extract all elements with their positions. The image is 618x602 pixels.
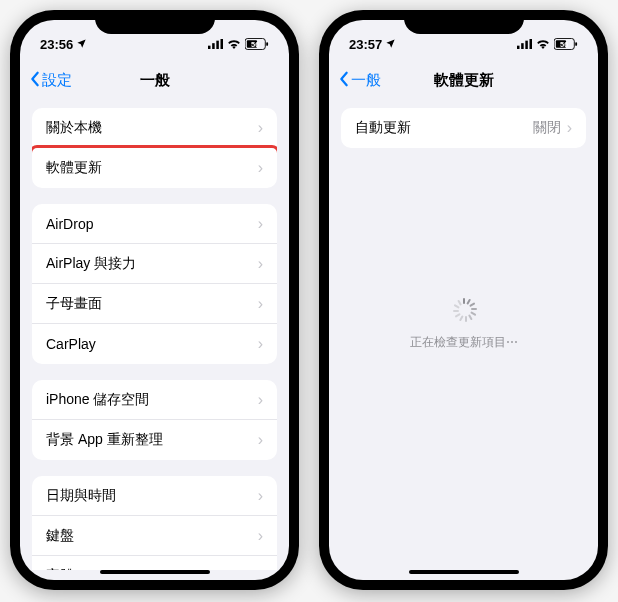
chevron-right-icon: › <box>258 119 263 137</box>
phone-left: 23:56 56 設 <box>10 10 299 590</box>
back-label: 一般 <box>351 71 381 90</box>
signal-icon <box>208 37 223 52</box>
back-button[interactable]: 一般 <box>339 71 381 90</box>
group-connectivity: AirDrop › AirPlay 與接力 › 子母畫面 › CarPlay › <box>32 204 277 364</box>
row-label: 子母畫面 <box>46 295 258 313</box>
loading-area: 正在檢查更新項目⋯ <box>341 298 586 351</box>
chevron-right-icon: › <box>258 527 263 545</box>
row-airdrop[interactable]: AirDrop › <box>32 204 277 244</box>
nav-bar: 一般 軟體更新 <box>329 60 598 100</box>
svg-rect-0 <box>208 45 211 48</box>
row-storage[interactable]: iPhone 儲存空間 › <box>32 380 277 420</box>
chevron-right-icon: › <box>258 391 263 409</box>
chevron-right-icon: › <box>258 431 263 449</box>
spinner-icon <box>452 298 476 322</box>
row-label: 鍵盤 <box>46 527 258 545</box>
phone-right: 23:57 56 一 <box>319 10 608 590</box>
notch <box>404 10 524 34</box>
chevron-right-icon: › <box>258 255 263 273</box>
svg-rect-1 <box>212 43 215 49</box>
chevron-left-icon <box>339 71 349 90</box>
content-left: 關於本機 › 軟體更新 › AirDrop › AirPlay 與接力 <box>20 100 289 570</box>
row-fonts[interactable]: 字體 › <box>32 556 277 570</box>
group-about: 關於本機 › 軟體更新 › <box>32 108 277 188</box>
svg-rect-10 <box>525 40 528 48</box>
row-label: AirDrop <box>46 216 258 232</box>
row-background-refresh[interactable]: 背景 App 重新整理 › <box>32 420 277 460</box>
chevron-right-icon: › <box>258 215 263 233</box>
row-datetime[interactable]: 日期與時間 › <box>32 476 277 516</box>
screen-right: 23:57 56 一 <box>329 20 598 580</box>
row-label: CarPlay <box>46 336 258 352</box>
content-right: 自動更新 關閉 › <box>329 100 598 570</box>
svg-rect-8 <box>517 45 520 48</box>
svg-rect-14 <box>575 42 577 46</box>
row-pip[interactable]: 子母畫面 › <box>32 284 277 324</box>
row-airplay[interactable]: AirPlay 與接力 › <box>32 244 277 284</box>
back-label: 設定 <box>42 71 72 90</box>
group-auto-update: 自動更新 關閉 › <box>341 108 586 148</box>
svg-text:56: 56 <box>560 40 568 49</box>
battery-icon: 56 <box>554 38 578 50</box>
chevron-right-icon: › <box>258 487 263 505</box>
home-indicator[interactable] <box>409 570 519 574</box>
row-label: 背景 App 重新整理 <box>46 431 258 449</box>
screen-left: 23:56 56 設 <box>20 20 289 580</box>
row-auto-update[interactable]: 自動更新 關閉 › <box>341 108 586 148</box>
location-icon <box>385 37 396 52</box>
row-label: 自動更新 <box>355 119 533 137</box>
row-value: 關閉 <box>533 119 561 137</box>
chevron-right-icon: › <box>258 567 263 571</box>
svg-rect-3 <box>221 39 224 49</box>
row-label: iPhone 儲存空間 <box>46 391 258 409</box>
row-label: AirPlay 與接力 <box>46 255 258 273</box>
group-storage: iPhone 儲存空間 › 背景 App 重新整理 › <box>32 380 277 460</box>
row-carplay[interactable]: CarPlay › <box>32 324 277 364</box>
svg-rect-6 <box>266 42 268 46</box>
chevron-right-icon: › <box>258 159 263 177</box>
home-indicator[interactable] <box>100 570 210 574</box>
status-time: 23:56 <box>40 37 73 52</box>
highlight-software-update: 軟體更新 › <box>32 145 277 188</box>
svg-rect-9 <box>521 43 524 49</box>
nav-title: 軟體更新 <box>434 71 494 90</box>
group-system: 日期與時間 › 鍵盤 › 字體 › 語言與地區 › 辭典 › <box>32 476 277 570</box>
row-about[interactable]: 關於本機 › <box>32 108 277 148</box>
loading-text: 正在檢查更新項目⋯ <box>410 334 518 351</box>
battery-icon: 56 <box>245 38 269 50</box>
svg-rect-11 <box>530 39 533 49</box>
row-keyboard[interactable]: 鍵盤 › <box>32 516 277 556</box>
svg-rect-2 <box>216 40 219 48</box>
back-button[interactable]: 設定 <box>30 71 72 90</box>
signal-icon <box>517 37 532 52</box>
chevron-right-icon: › <box>258 335 263 353</box>
row-label: 軟體更新 <box>46 159 258 177</box>
row-label: 關於本機 <box>46 119 258 137</box>
status-time: 23:57 <box>349 37 382 52</box>
location-icon <box>76 37 87 52</box>
wifi-icon <box>536 37 550 52</box>
row-software-update[interactable]: 軟體更新 › <box>32 148 277 188</box>
chevron-right-icon: › <box>258 295 263 313</box>
row-label: 日期與時間 <box>46 487 258 505</box>
chevron-right-icon: › <box>567 119 572 137</box>
nav-title: 一般 <box>140 71 170 90</box>
wifi-icon <box>227 37 241 52</box>
nav-bar: 設定 一般 <box>20 60 289 100</box>
notch <box>95 10 215 34</box>
svg-text:56: 56 <box>251 40 259 49</box>
chevron-left-icon <box>30 71 40 90</box>
